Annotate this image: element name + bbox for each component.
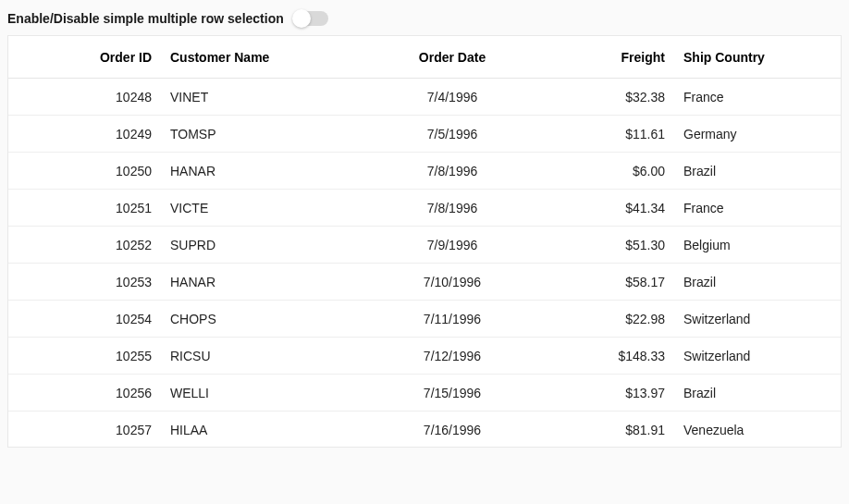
cell-freight: $11.61 — [526, 127, 674, 141]
cell-customer: VICTE — [161, 201, 378, 215]
cell-freight: $148.33 — [526, 349, 674, 363]
cell-freight: $81.91 — [526, 423, 674, 437]
table-row[interactable]: 10254CHOPS7/11/1996$22.98Switzerland — [8, 301, 841, 338]
cell-ship-country: Germany — [674, 127, 822, 141]
cell-freight: $13.97 — [526, 386, 674, 400]
table-row[interactable]: 10250HANAR7/8/1996$6.00Brazil — [8, 153, 841, 190]
toggle-row: Enable/Disable simple multiple row selec… — [7, 7, 842, 35]
cell-customer: VINET — [161, 90, 378, 104]
cell-customer: SUPRD — [161, 238, 378, 252]
cell-order-id: 10253 — [8, 275, 161, 289]
cell-freight: $51.30 — [526, 238, 674, 252]
cell-order-id: 10249 — [8, 127, 161, 141]
cell-order-id: 10256 — [8, 386, 161, 400]
cell-order-date: 7/4/1996 — [378, 90, 526, 104]
cell-customer: RICSU — [161, 349, 378, 363]
orders-grid: Order ID Customer Name Order Date Freigh… — [7, 35, 842, 448]
cell-order-date: 7/8/1996 — [378, 164, 526, 178]
cell-order-date: 7/15/1996 — [378, 386, 526, 400]
cell-order-id: 10255 — [8, 349, 161, 363]
cell-order-id: 10252 — [8, 238, 161, 252]
cell-customer: CHOPS — [161, 312, 378, 326]
col-header-freight[interactable]: Freight — [526, 50, 674, 65]
cell-customer: HILAA — [161, 423, 378, 437]
cell-customer: TOMSP — [161, 127, 378, 141]
cell-ship-country: Switzerland — [674, 312, 822, 326]
cell-order-date: 7/8/1996 — [378, 201, 526, 215]
multi-select-toggle[interactable] — [293, 11, 328, 26]
cell-ship-country: Belgium — [674, 238, 822, 252]
cell-order-id: 10248 — [8, 90, 161, 104]
table-row[interactable]: 10248VINET7/4/1996$32.38France — [8, 79, 841, 116]
col-header-order-date[interactable]: Order Date — [378, 50, 526, 65]
table-row[interactable]: 10253HANAR7/10/1996$58.17Brazil — [8, 264, 841, 301]
table-row[interactable]: 10249TOMSP7/5/1996$11.61Germany — [8, 116, 841, 153]
grid-header-row: Order ID Customer Name Order Date Freigh… — [8, 36, 841, 79]
cell-freight: $58.17 — [526, 275, 674, 289]
cell-ship-country: Brazil — [674, 275, 822, 289]
cell-order-id: 10251 — [8, 201, 161, 215]
cell-freight: $22.98 — [526, 312, 674, 326]
table-row[interactable]: 10252SUPRD7/9/1996$51.30Belgium — [8, 227, 841, 264]
cell-order-date: 7/10/1996 — [378, 275, 526, 289]
cell-ship-country: Brazil — [674, 386, 822, 400]
col-header-customer[interactable]: Customer Name — [161, 50, 378, 65]
toggle-label: Enable/Disable simple multiple row selec… — [7, 11, 284, 26]
col-header-order-id[interactable]: Order ID — [8, 50, 161, 65]
cell-order-id: 10257 — [8, 423, 161, 437]
cell-freight: $6.00 — [526, 164, 674, 178]
cell-order-date: 7/5/1996 — [378, 127, 526, 141]
cell-order-date: 7/9/1996 — [378, 238, 526, 252]
table-row[interactable]: 10256WELLI7/15/1996$13.97Brazil — [8, 375, 841, 412]
cell-freight: $32.38 — [526, 90, 674, 104]
table-row[interactable]: 10251VICTE7/8/1996$41.34France — [8, 190, 841, 227]
toggle-knob-icon — [292, 9, 311, 28]
cell-order-id: 10250 — [8, 164, 161, 178]
cell-order-date: 7/11/1996 — [378, 312, 526, 326]
cell-ship-country: Brazil — [674, 164, 822, 178]
cell-order-date: 7/16/1996 — [378, 423, 526, 437]
cell-customer: HANAR — [161, 275, 378, 289]
cell-order-id: 10254 — [8, 312, 161, 326]
col-header-ship-country[interactable]: Ship Country — [674, 50, 822, 65]
cell-customer: WELLI — [161, 386, 378, 400]
cell-ship-country: Venezuela — [674, 423, 822, 437]
cell-ship-country: Switzerland — [674, 349, 822, 363]
table-row[interactable]: 10257HILAA7/16/1996$81.91Venezuela — [8, 412, 841, 447]
cell-ship-country: France — [674, 201, 822, 215]
table-row[interactable]: 10255RICSU7/12/1996$148.33Switzerland — [8, 338, 841, 375]
cell-order-date: 7/12/1996 — [378, 349, 526, 363]
cell-ship-country: France — [674, 90, 822, 104]
cell-freight: $41.34 — [526, 201, 674, 215]
cell-customer: HANAR — [161, 164, 378, 178]
grid-body[interactable]: 10248VINET7/4/1996$32.38France10249TOMSP… — [8, 79, 841, 447]
